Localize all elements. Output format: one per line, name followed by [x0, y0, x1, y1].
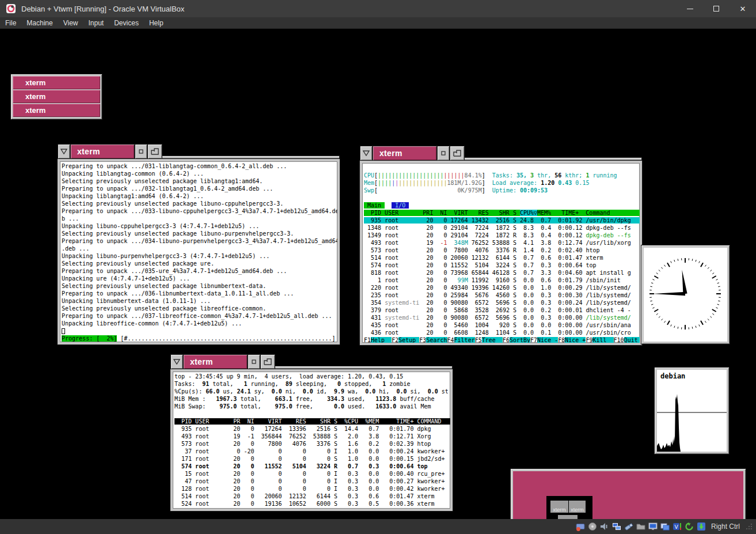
optical-disks-icon[interactable] [587, 521, 598, 532]
window-title: Debian + Vtwm [Running] - Oracle VM Virt… [21, 5, 184, 13]
host-key-label: Right Ctrl [711, 522, 740, 531]
vbox-menubar: FileMachineViewInputDevicesHelp [0, 17, 756, 29]
square-icon [139, 149, 143, 154]
pager-window-xterm[interactable]: xterm [569, 501, 586, 513]
display-icon[interactable] [648, 521, 658, 532]
iconify-triangle-icon [173, 359, 180, 365]
vm-display[interactable]: xtermxtermxterm xterm Preparing to unpac… [0, 29, 756, 519]
window-title-label[interactable]: xterm [183, 354, 248, 369]
virtualbox-logo-icon [6, 3, 16, 14]
menu-machine[interactable]: Machine [21, 17, 58, 29]
menu-devices[interactable]: Devices [109, 17, 144, 29]
minimize-button[interactable] [677, 0, 703, 17]
resize-button[interactable] [450, 146, 465, 161]
status-icons: V [575, 521, 706, 532]
resize-grip[interactable] [746, 523, 753, 530]
shared-folders-icon[interactable] [636, 521, 646, 532]
window-controls: ✕ [677, 0, 756, 17]
vbox-statusbar: V Right Ctrl [0, 519, 756, 534]
squeeze-button[interactable] [248, 354, 260, 369]
square-icon [441, 151, 446, 156]
svg-text:V: V [674, 524, 678, 530]
iconmanager-item-xterm[interactable]: xterm [13, 90, 100, 103]
square-icon [252, 359, 256, 364]
shared-clipboard-icon[interactable] [684, 521, 694, 532]
resize-icon [151, 148, 159, 155]
titlebar[interactable]: xterm [360, 146, 642, 161]
squeeze-button[interactable] [437, 146, 450, 161]
dpkg-terminal-screen[interactable]: Preparing to unpack .../031-liblangtag-c… [60, 161, 337, 342]
xterm-window-htop: xterm CPU[|||||||||||||||||||||||||84.1%… [360, 146, 642, 345]
resize-icon [453, 150, 461, 157]
xload-hostname-label: debian [660, 372, 685, 380]
recording-icon[interactable] [660, 521, 670, 532]
usb-icon[interactable] [624, 521, 634, 532]
iconify-button[interactable] [360, 146, 373, 161]
maximize-button[interactable] [703, 0, 730, 17]
titlebar[interactable]: xterm [170, 354, 453, 369]
resize-button[interactable] [147, 144, 162, 159]
harddisk-icon[interactable] [575, 521, 586, 532]
iconify-triangle-icon [60, 149, 67, 154]
resize-button[interactable] [260, 354, 275, 369]
xterm-window-dpkg: xterm Preparing to unpack .../031-liblan… [58, 144, 340, 344]
vtwm-icon-manager: xtermxtermxterm [10, 74, 102, 120]
window-title-label[interactable]: xterm [70, 144, 135, 159]
iconmanager-item-xterm[interactable]: xterm [13, 104, 100, 117]
window-title-label[interactable]: xterm [373, 146, 437, 161]
xterm-window-top: xterm top - 23:45:45 up 9 min, 4 users, … [170, 354, 453, 511]
analog-clock [644, 248, 727, 342]
pager-window-xterm[interactable]: xterm [550, 501, 568, 513]
titlebar-strip [465, 157, 642, 161]
xclock-window [641, 245, 730, 344]
iconmanager-item-xterm[interactable]: xterm [13, 76, 100, 89]
network-icon[interactable] [611, 521, 622, 532]
features-icon[interactable]: V [672, 521, 682, 532]
audio-icon[interactable] [599, 521, 610, 532]
resize-icon [264, 358, 272, 365]
squeeze-button[interactable] [135, 144, 147, 159]
load-histogram [657, 370, 727, 452]
drag-and-drop-icon[interactable] [696, 521, 706, 532]
titlebar-strip [162, 156, 340, 159]
menu-help[interactable]: Help [144, 17, 169, 29]
xload-window: debian [654, 367, 730, 455]
iconify-button[interactable] [170, 354, 183, 369]
close-button[interactable]: ✕ [730, 0, 756, 17]
top-terminal-screen[interactable]: top - 23:45:45 up 9 min, 4 users, load a… [173, 372, 450, 508]
vbox-titlebar: Debian + Vtwm [Running] - Oracle VM Virt… [0, 0, 756, 17]
titlebar-strip [275, 366, 453, 369]
iconify-triangle-icon [363, 150, 370, 156]
iconify-button[interactable] [58, 144, 70, 159]
menu-view[interactable]: View [58, 17, 83, 29]
menu-input[interactable]: Input [83, 17, 109, 29]
titlebar[interactable]: xterm [58, 144, 340, 159]
htop-terminal-screen[interactable]: CPU[|||||||||||||||||||||||||84.1%] Task… [362, 163, 640, 344]
menu-file[interactable]: File [0, 17, 21, 29]
